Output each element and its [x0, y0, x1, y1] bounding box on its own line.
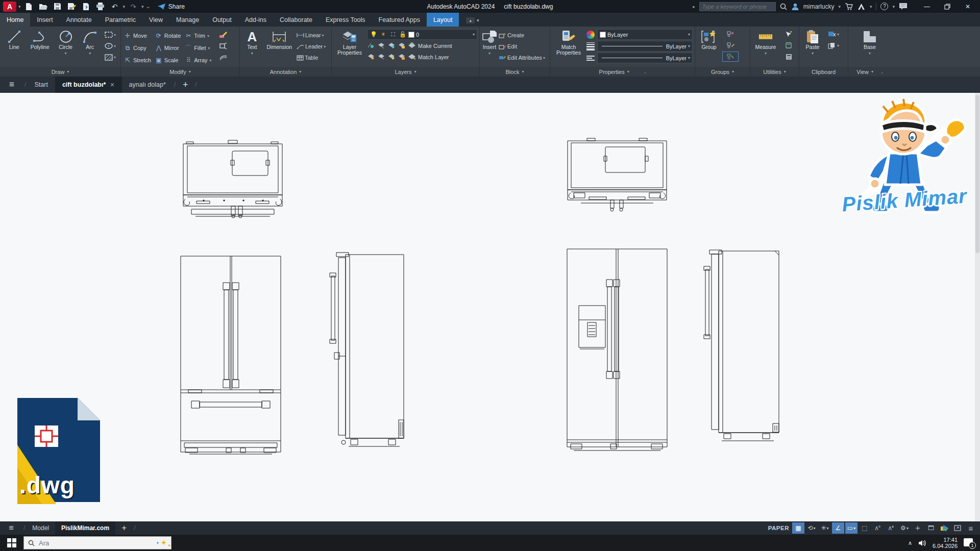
grid-display-toggle[interactable]: ▦: [792, 522, 804, 534]
drawing-canvas[interactable]: Pislik Mimar .dwg: [0, 93, 980, 521]
user-menu-caret-icon[interactable]: ▾: [838, 4, 841, 9]
notification-center-icon[interactable]: 1: [964, 538, 975, 547]
object-color-select[interactable]: ByLayer▾: [597, 29, 693, 40]
circle-button[interactable]: Circle▾: [54, 28, 78, 56]
scale-button[interactable]: ▣Scale: [154, 57, 182, 64]
redo-caret-icon[interactable]: ▾: [141, 4, 144, 9]
workspace-switching-button[interactable]: ⚙▾: [898, 522, 911, 534]
share-button[interactable]: Share: [158, 3, 185, 10]
panel-label-annotation[interactable]: Annotation▾: [240, 67, 331, 77]
layer-lock2-icon[interactable]: [398, 54, 406, 61]
calculator-button[interactable]: [780, 52, 797, 62]
panel-label-layers[interactable]: Layers▾: [332, 67, 479, 77]
paper-space-indicator[interactable]: PAPER: [768, 525, 789, 531]
ellipse-tool-button[interactable]: ▾: [102, 41, 118, 51]
layer-prev-icon[interactable]: [377, 54, 385, 61]
dimension-button[interactable]: Dimension: [264, 28, 295, 50]
print-button[interactable]: [94, 2, 107, 12]
array-button[interactable]: ⠿Array▾: [184, 57, 212, 64]
autoscale-annotations-toggle[interactable]: ᴧ*: [885, 522, 897, 534]
taskbar-search-input[interactable]: [39, 539, 126, 547]
restore-button[interactable]: [937, 0, 958, 13]
fridge4-side-view-drawing[interactable]: [328, 252, 412, 452]
customization-menu-icon[interactable]: ≡: [965, 522, 977, 534]
feedback-bubble-icon[interactable]: [899, 3, 908, 10]
erase-button[interactable]: [215, 30, 231, 40]
file-tabs-menu-icon[interactable]: ≡: [0, 77, 23, 93]
minimize-button[interactable]: —: [917, 0, 937, 13]
canvas-scrollbar[interactable]: [975, 93, 980, 521]
graphics-performance-button[interactable]: [938, 522, 950, 534]
linetype-select[interactable]: ByLayer▾: [597, 53, 693, 63]
panel-label-groups[interactable]: Groups▾: [695, 67, 750, 77]
trim-button[interactable]: ✂Trim▾: [184, 32, 212, 39]
fridge2-top-view-drawing[interactable]: [566, 137, 669, 219]
panel-label-utilities[interactable]: Utilities▾: [750, 67, 799, 77]
clock[interactable]: 17:41 6.04.2026: [933, 537, 958, 549]
table-button[interactable]: Table: [297, 53, 329, 63]
layout-tabs-menu-icon[interactable]: ≡: [0, 523, 22, 533]
tab-home[interactable]: Home: [0, 13, 30, 27]
quick-select-button[interactable]: [780, 29, 797, 39]
tray-expand-icon[interactable]: ∧: [908, 540, 912, 546]
line-button[interactable]: Line: [2, 28, 26, 50]
block-edit-button[interactable]: Edit: [499, 41, 543, 52]
clean-screen-button[interactable]: [951, 522, 964, 534]
panel-label-modify[interactable]: Modify▾: [121, 67, 239, 77]
file-tab-aynali-dolap[interactable]: aynalı dolap*: [122, 77, 173, 93]
explode-button[interactable]: [215, 41, 231, 51]
fillet-button[interactable]: ⌒Fillet▾: [184, 44, 212, 53]
canvas-scrollbar-thumb[interactable]: [975, 95, 979, 253]
tab-annotate[interactable]: Annotate: [60, 13, 99, 27]
linear-dimension-button[interactable]: Linear▾: [297, 30, 329, 40]
help-icon[interactable]: ?: [880, 3, 888, 10]
new-layout-button[interactable]: +: [115, 523, 133, 533]
stretch-button[interactable]: ⇱Stretch: [123, 57, 152, 64]
match-properties-button[interactable]: Match Properties: [552, 28, 585, 56]
arc-button[interactable]: Arc▾: [79, 28, 101, 56]
layer-off-icon[interactable]: [367, 42, 375, 49]
layer-select[interactable]: 💡 ☀ ⛶ 🔓 0 ▾: [367, 29, 477, 40]
osnap-tracking-toggle[interactable]: ∠: [832, 522, 844, 534]
selection-cycling-toggle[interactable]: ⬚: [859, 522, 871, 534]
keyword-search[interactable]: [699, 2, 776, 11]
app-menu-caret-icon[interactable]: ▾: [18, 4, 21, 9]
panel-label-view[interactable]: View▾⌟: [848, 67, 891, 77]
open-file-button[interactable]: [37, 2, 50, 12]
tab-view[interactable]: View: [142, 13, 169, 27]
hatch-tool-button[interactable]: ▾: [102, 52, 118, 62]
username[interactable]: mimarlucky: [803, 3, 835, 10]
ribbon-minimize-control[interactable]: ▴▾: [466, 17, 479, 27]
cart-icon[interactable]: [845, 3, 853, 10]
layer-match-off-icon[interactable]: [367, 54, 375, 61]
measure-button[interactable]: Measure▾: [752, 28, 779, 56]
tab-layout[interactable]: Layout: [427, 13, 459, 27]
tab-featured-apps[interactable]: Featured Apps: [372, 13, 427, 27]
redo-button[interactable]: ↷: [127, 2, 139, 12]
group-selection-toggle[interactable]: [722, 52, 739, 62]
file-tab-start[interactable]: Start: [27, 77, 55, 93]
fridge3-front-view-drawing[interactable]: [179, 254, 282, 455]
layout-tab-pislikmimar[interactable]: PislikMimar.com: [55, 521, 115, 535]
polar-tracking-toggle[interactable]: ⟲▾: [805, 522, 818, 534]
search-icon[interactable]: [780, 3, 787, 10]
group-edit-button[interactable]: [722, 40, 739, 51]
ungroup-button[interactable]: [722, 29, 739, 39]
tab-collaborate[interactable]: Collaborate: [273, 13, 319, 27]
search-collapse-icon[interactable]: ▸: [693, 4, 695, 9]
tab-manage[interactable]: Manage: [169, 13, 206, 27]
fridge5-front-view-drawing[interactable]: [566, 247, 669, 452]
save-as-button[interactable]: [66, 2, 78, 12]
tab-add-ins[interactable]: Add-ins: [238, 13, 273, 27]
undo-button[interactable]: ↶: [109, 2, 121, 12]
tab-insert[interactable]: Insert: [30, 13, 59, 27]
plot-button[interactable]: [80, 2, 92, 12]
offset-button[interactable]: [215, 52, 231, 62]
group-button[interactable]: Group: [697, 28, 721, 50]
annotation-scale-button[interactable]: ＋: [912, 522, 924, 534]
tab-output[interactable]: Output: [206, 13, 238, 27]
lineweight-select[interactable]: ByLayer▾: [597, 41, 693, 52]
object-snap-toggle[interactable]: ▭▾: [845, 522, 857, 534]
save-button[interactable]: [52, 2, 64, 12]
file-tab-cift-buzdolabi[interactable]: cift buzdolabı*✕: [55, 77, 122, 93]
